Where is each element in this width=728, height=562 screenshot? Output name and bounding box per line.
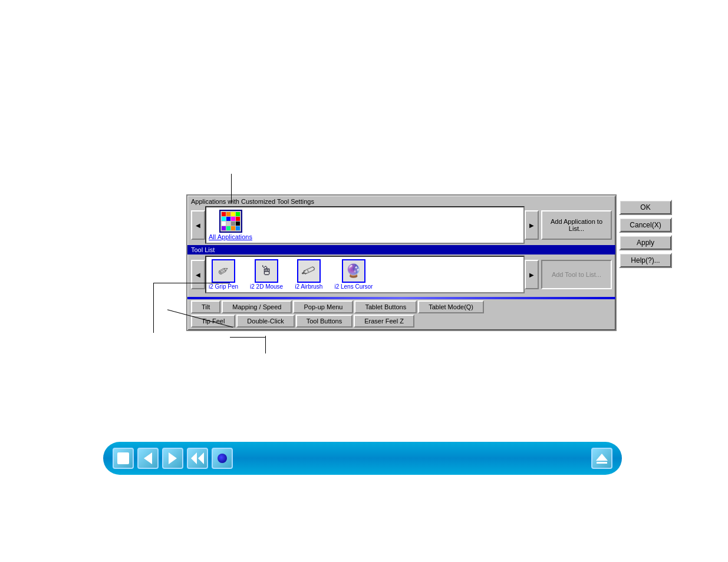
add-app-label: Add Application toList... xyxy=(551,218,602,232)
grid-cell xyxy=(222,217,226,221)
apply-button[interactable]: Apply xyxy=(619,235,672,250)
tab-mapping-speed[interactable]: Mapping / Speed xyxy=(222,300,292,313)
grid-cell xyxy=(226,212,230,216)
grid-cell xyxy=(222,226,226,230)
cancel-button[interactable]: Cancel(X) xyxy=(619,217,672,233)
lens-cursor-label: i2 Lens Cursor xyxy=(334,283,373,290)
tab-tablet-mode[interactable]: Tablet Mode(Q) xyxy=(418,300,484,313)
fast-back-button[interactable] xyxy=(187,448,208,469)
tool-list-header: Tool List xyxy=(187,245,615,254)
grid-cell xyxy=(226,217,230,221)
next-icon xyxy=(169,452,177,464)
apps-nav-left[interactable]: ◀ xyxy=(191,210,205,240)
add-tool-label: Add Tool to List... xyxy=(552,271,601,278)
tab-tablet-buttons[interactable]: Tablet Buttons xyxy=(354,300,417,313)
apps-section-label: Applications with Customized Tool Settin… xyxy=(191,198,612,205)
tools-nav-left[interactable]: ◀ xyxy=(191,260,205,289)
tab-double-click[interactable]: Double-Click xyxy=(236,315,294,328)
taskbar xyxy=(103,442,622,475)
eject-button[interactable] xyxy=(591,448,612,469)
all-applications-label: All Applications xyxy=(209,233,252,240)
new-doc-icon xyxy=(117,452,129,464)
grid-cell xyxy=(236,222,240,226)
grid-cell xyxy=(222,222,226,226)
prev-button[interactable] xyxy=(137,448,159,469)
all-applications-item[interactable]: All Applications xyxy=(209,210,252,240)
grid-cell xyxy=(231,222,235,226)
grid-cell xyxy=(236,226,240,230)
tool-item-grip-pen[interactable]: ✏ i2 Grip Pen xyxy=(209,259,238,290)
menu-icon xyxy=(218,454,227,463)
airbrush-icon: 🖊 xyxy=(297,259,321,283)
fast-back-icon xyxy=(191,452,204,464)
prev-icon xyxy=(144,452,152,464)
grid-cell xyxy=(226,226,230,230)
blue-divider xyxy=(187,297,615,299)
tab-tilt[interactable]: Tilt xyxy=(191,300,220,313)
new-doc-button[interactable] xyxy=(113,448,134,469)
next-button[interactable] xyxy=(162,448,183,469)
apps-section: Applications with Customized Tool Settin… xyxy=(187,196,615,244)
annotation-line-1 xyxy=(231,174,232,203)
apps-nav-right[interactable]: ▶ xyxy=(525,210,539,240)
tab-tool-buttons[interactable]: Tool Buttons xyxy=(296,315,353,328)
tool-item-2d-mouse[interactable]: 🖱 i2 2D Mouse xyxy=(250,259,283,290)
tools-row: ◀ ✏ i2 Grip Pen 🖱 i2 2D Mouse 🖊 i2 Airbr… xyxy=(187,256,615,296)
annotation-line-2 xyxy=(153,283,230,283)
annotation-line-5 xyxy=(230,337,265,338)
main-dialog: Applications with Customized Tool Settin… xyxy=(186,194,617,331)
tools-nav-right[interactable]: ▶ xyxy=(525,260,539,289)
grip-pen-icon: ✏ xyxy=(212,259,235,283)
eject-icon xyxy=(596,454,608,464)
airbrush-label: i2 Airbrush xyxy=(295,283,322,290)
lens-cursor-icon: 🔮 xyxy=(342,259,365,283)
tool-item-airbrush[interactable]: 🖊 i2 Airbrush xyxy=(295,259,322,290)
menu-button[interactable] xyxy=(212,448,233,469)
grid-cell xyxy=(226,222,230,226)
grid-cell xyxy=(231,212,235,216)
tool-item-lens-cursor[interactable]: 🔮 i2 Lens Cursor xyxy=(334,259,373,290)
add-application-button[interactable]: Add Application toList... xyxy=(541,210,612,240)
apps-row: ◀ All Applications ▶ Add Application toL… xyxy=(191,206,612,244)
tab-eraser-feel[interactable]: Eraser Feel Z xyxy=(354,315,414,328)
tab-row-1: Tilt Mapping / Speed Pop-up Menu Tablet … xyxy=(187,300,615,313)
2d-mouse-label: i2 2D Mouse xyxy=(250,283,283,290)
ok-button[interactable]: OK xyxy=(619,200,672,215)
help-button[interactable]: Help(?)... xyxy=(619,253,672,268)
annotation-line-3 xyxy=(153,283,154,333)
tools-area: ✏ i2 Grip Pen 🖱 i2 2D Mouse 🖊 i2 Airbrus… xyxy=(205,256,525,293)
grid-cell xyxy=(231,226,235,230)
tab-row-2: Tip Feel Double-Click Tool Buttons Erase… xyxy=(187,315,615,328)
grip-pen-label: i2 Grip Pen xyxy=(209,283,238,290)
add-tool-button[interactable]: Add Tool to List... xyxy=(541,260,612,289)
tab-popup-menu[interactable]: Pop-up Menu xyxy=(293,300,353,313)
side-buttons: OK Cancel(X) Apply Help(?)... xyxy=(619,200,672,268)
annotation-line-4 xyxy=(265,336,266,353)
grid-cell xyxy=(222,212,226,216)
2d-mouse-icon: 🖱 xyxy=(255,259,278,283)
apps-list-area: All Applications xyxy=(205,206,525,244)
grid-cell xyxy=(231,217,235,221)
grid-cell xyxy=(236,212,240,216)
grid-cell xyxy=(236,217,240,221)
